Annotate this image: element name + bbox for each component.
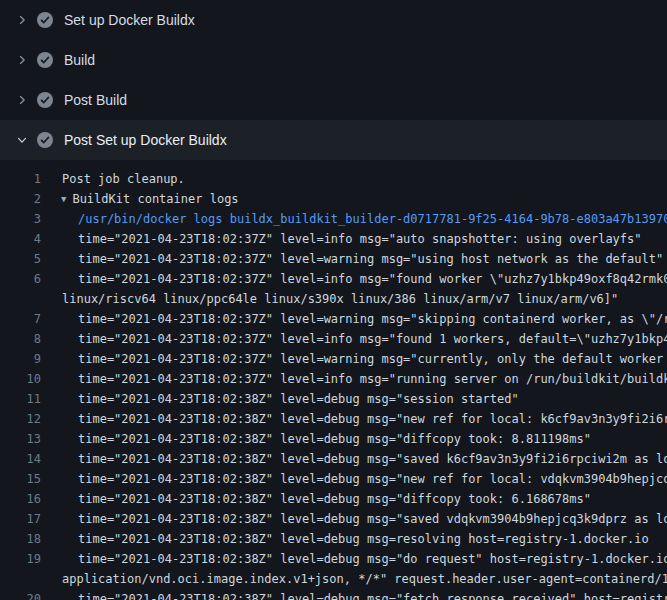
- log-line-number[interactable]: 4: [0, 229, 41, 249]
- log-line: 6 time="2021-04-23T18:02:37Z" level=info…: [0, 269, 667, 289]
- log-line: 3 /usr/bin/docker logs buildx_buildkit_b…: [0, 209, 667, 229]
- log-text: time="2021-04-23T18:02:38Z" level=debug …: [78, 432, 591, 446]
- chevron-down-icon[interactable]: [17, 135, 27, 145]
- log-line: 11 time="2021-04-23T18:02:38Z" level=deb…: [0, 389, 667, 409]
- log-text: time="2021-04-23T18:02:37Z" level=info m…: [78, 272, 667, 286]
- log-line-text: time="2021-04-23T18:02:38Z" level=debug …: [41, 529, 649, 549]
- log-line-text: time="2021-04-23T18:02:37Z" level=warnin…: [41, 249, 663, 269]
- log-line: 20 time="2021-04-23T18:02:38Z" level=deb…: [0, 589, 667, 600]
- log-line-number[interactable]: 17: [0, 509, 41, 529]
- log-line-number[interactable]: 12: [0, 409, 41, 429]
- log-line: 19 time="2021-04-23T18:02:38Z" level=deb…: [0, 549, 667, 569]
- chevron-right-icon[interactable]: [17, 55, 27, 65]
- log-text: time="2021-04-23T18:02:37Z" level=warnin…: [78, 352, 667, 366]
- log-line-text: time="2021-04-23T18:02:38Z" level=debug …: [41, 389, 519, 409]
- log-line-number[interactable]: 18: [0, 529, 41, 549]
- log-line-number[interactable]: 11: [0, 389, 41, 409]
- check-circle-icon: [37, 92, 53, 108]
- log-line-number[interactable]: 19: [0, 549, 41, 569]
- log-line-number[interactable]: 9: [0, 349, 41, 369]
- log-text: time="2021-04-23T18:02:38Z" level=debug …: [78, 492, 591, 506]
- log-line: 13 time="2021-04-23T18:02:38Z" level=deb…: [0, 429, 667, 449]
- log-line-text: time="2021-04-23T18:02:37Z" level=warnin…: [41, 309, 667, 329]
- log-text: time="2021-04-23T18:02:38Z" level=debug …: [78, 472, 667, 486]
- log-text: time="2021-04-23T18:02:38Z" level=debug …: [78, 452, 667, 466]
- log-line-text: time="2021-04-23T18:02:37Z" level=info m…: [41, 329, 667, 349]
- log-line-number[interactable]: 5: [0, 249, 41, 269]
- step-row-post-build[interactable]: Post Build: [0, 80, 667, 120]
- step-row-build[interactable]: Build: [0, 40, 667, 80]
- log-text: /usr/bin/docker logs buildx_buildkit_bui…: [78, 212, 667, 226]
- log-line-text: time="2021-04-23T18:02:38Z" level=debug …: [41, 589, 667, 600]
- log-line-text: linux/riscv64 linux/ppc64le linux/s390x …: [41, 289, 618, 309]
- log-line: 17 time="2021-04-23T18:02:38Z" level=deb…: [0, 509, 667, 529]
- log-text: time="2021-04-23T18:02:38Z" level=debug …: [78, 592, 667, 600]
- log-line-text: time="2021-04-23T18:02:38Z" level=debug …: [41, 549, 667, 569]
- step-label: Set up Docker Buildx: [64, 12, 195, 28]
- log-line: 8 time="2021-04-23T18:02:37Z" level=info…: [0, 329, 667, 349]
- log-line-number[interactable]: 1: [0, 169, 41, 189]
- log-line-number[interactable]: 14: [0, 449, 41, 469]
- log-line-text: time="2021-04-23T18:02:37Z" level=info m…: [41, 369, 667, 389]
- log-area: 1 Post job cleanup. 2 ▼BuildKit containe…: [0, 160, 667, 600]
- workflow-log-panel: Set up Docker Buildx Build Post Build: [0, 0, 667, 600]
- log-line-number[interactable]: [0, 569, 41, 589]
- step-label: Post Build: [64, 92, 127, 108]
- step-row-post-set-up-docker-buildx[interactable]: Post Set up Docker Buildx: [0, 120, 667, 160]
- log-line-text: time="2021-04-23T18:02:38Z" level=debug …: [41, 429, 591, 449]
- collapse-toggle-icon[interactable]: ▼: [61, 189, 66, 209]
- log-line: 15 time="2021-04-23T18:02:38Z" level=deb…: [0, 469, 667, 489]
- log-line-text: time="2021-04-23T18:02:38Z" level=debug …: [41, 469, 667, 489]
- step-label: Build: [64, 52, 95, 68]
- step-label: Post Set up Docker Buildx: [64, 132, 227, 148]
- log-line-number[interactable]: 6: [0, 269, 41, 289]
- log-line: 5 time="2021-04-23T18:02:37Z" level=warn…: [0, 249, 667, 269]
- log-line-number[interactable]: 3: [0, 209, 41, 229]
- log-line-text: time="2021-04-23T18:02:38Z" level=debug …: [41, 489, 591, 509]
- log-line-text: time="2021-04-23T18:02:38Z" level=debug …: [41, 409, 667, 429]
- log-text: time="2021-04-23T18:02:37Z" level=warnin…: [78, 312, 667, 326]
- step-row-set-up-docker-buildx[interactable]: Set up Docker Buildx: [0, 0, 667, 40]
- log-text: time="2021-04-23T18:02:38Z" level=debug …: [78, 532, 649, 546]
- check-circle-icon: [37, 52, 53, 68]
- log-line-number[interactable]: 7: [0, 309, 41, 329]
- log-line-text: time="2021-04-23T18:02:37Z" level=info m…: [41, 229, 642, 249]
- log-line: 14 time="2021-04-23T18:02:38Z" level=deb…: [0, 449, 667, 469]
- log-line-text: time="2021-04-23T18:02:37Z" level=warnin…: [41, 349, 667, 369]
- log-text: linux/riscv64 linux/ppc64le linux/s390x …: [62, 292, 618, 306]
- log-line: linux/riscv64 linux/ppc64le linux/s390x …: [0, 289, 667, 309]
- log-line-number[interactable]: 20: [0, 589, 41, 600]
- log-text: Post job cleanup.: [62, 172, 185, 186]
- log-text: BuildKit container logs: [72, 192, 238, 206]
- log-line: 2 ▼BuildKit container logs: [0, 189, 667, 209]
- log-line: 4 time="2021-04-23T18:02:37Z" level=info…: [0, 229, 667, 249]
- log-line-number[interactable]: 10: [0, 369, 41, 389]
- log-line-text: ▼BuildKit container logs: [41, 189, 239, 209]
- log-line-number[interactable]: [0, 289, 41, 309]
- log-line-text: time="2021-04-23T18:02:38Z" level=debug …: [41, 509, 667, 529]
- log-text: time="2021-04-23T18:02:37Z" level=info m…: [78, 232, 642, 246]
- steps-list: Set up Docker Buildx Build Post Build: [0, 0, 667, 160]
- log-line: application/vnd.oci.image.index.v1+json,…: [0, 569, 667, 589]
- chevron-right-icon[interactable]: [17, 15, 27, 25]
- log-line: 18 time="2021-04-23T18:02:38Z" level=deb…: [0, 529, 667, 549]
- log-line-number[interactable]: 16: [0, 489, 41, 509]
- log-line-text: application/vnd.oci.image.index.v1+json,…: [41, 569, 667, 589]
- log-line: 10 time="2021-04-23T18:02:37Z" level=inf…: [0, 369, 667, 389]
- log-line-number[interactable]: 8: [0, 329, 41, 349]
- log-text: time="2021-04-23T18:02:38Z" level=debug …: [78, 392, 519, 406]
- log-line-number[interactable]: 13: [0, 429, 41, 449]
- log-line-number[interactable]: 15: [0, 469, 41, 489]
- log-line-text: Post job cleanup.: [41, 169, 185, 189]
- chevron-right-icon[interactable]: [17, 95, 27, 105]
- log-line-number[interactable]: 2: [0, 189, 41, 209]
- log-text: application/vnd.oci.image.index.v1+json,…: [62, 572, 667, 586]
- log-line: 9 time="2021-04-23T18:02:37Z" level=warn…: [0, 349, 667, 369]
- log-line: 12 time="2021-04-23T18:02:38Z" level=deb…: [0, 409, 667, 429]
- log-text: time="2021-04-23T18:02:38Z" level=debug …: [78, 412, 667, 426]
- check-circle-icon: [37, 12, 53, 28]
- log-text: time="2021-04-23T18:02:37Z" level=warnin…: [78, 252, 663, 266]
- log-line: 1 Post job cleanup.: [0, 169, 667, 189]
- check-circle-icon: [37, 132, 53, 148]
- log-line-text: time="2021-04-23T18:02:37Z" level=info m…: [41, 269, 667, 289]
